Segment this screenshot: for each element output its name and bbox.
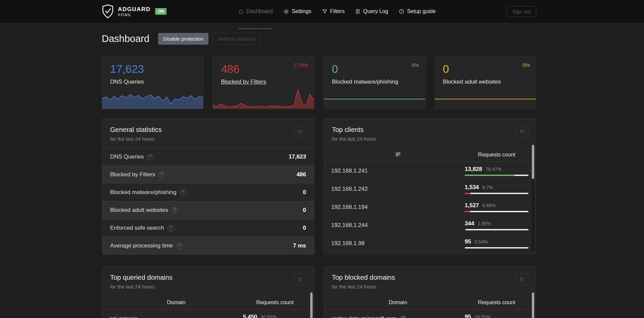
help-icon[interactable]: ? bbox=[176, 243, 183, 249]
question-icon: ? bbox=[399, 9, 404, 14]
stat-card-blocked-malware-phishing: 0%0Blocked malware/phishing bbox=[324, 56, 425, 109]
help-icon[interactable]: ? bbox=[147, 154, 153, 160]
column-header-domain: Domain bbox=[109, 300, 243, 306]
requests-line: 1,5278.66% bbox=[465, 202, 528, 209]
stat-name-label: Blocked malware/phishing bbox=[110, 189, 177, 196]
requests-line: 9519.55% bbox=[465, 314, 528, 318]
scrollbar-thumb[interactable] bbox=[532, 292, 534, 318]
refresh-button[interactable]: ↻ bbox=[294, 126, 307, 137]
requests-count: 5,450 bbox=[243, 314, 258, 318]
top-blocked-domains-panel: Top blocked domains for the last 24 hour… bbox=[324, 266, 537, 318]
client-ip[interactable]: 192.168.1.194 bbox=[331, 204, 465, 211]
top-clients-panel: Top clients for the last 24 hours ↻ IP R… bbox=[324, 118, 537, 255]
refresh-icon: ↻ bbox=[520, 276, 524, 283]
document-icon bbox=[355, 9, 360, 14]
panel-title: Top clients bbox=[332, 126, 528, 134]
refresh-button[interactable]: ↻ bbox=[516, 126, 528, 137]
scrollbar[interactable] bbox=[310, 292, 313, 318]
stat-name: DNS Queries? bbox=[110, 153, 153, 160]
client-ip[interactable]: 192.168.1.242 bbox=[331, 186, 465, 192]
adguard-logo[interactable]: ADGUARD HOME ON bbox=[102, 4, 167, 18]
client-ip[interactable]: 192.168.1.244 bbox=[331, 222, 465, 229]
nav-item-settings[interactable]: Settings bbox=[283, 0, 311, 23]
refresh-statistics-button[interactable]: Refresh statistics bbox=[213, 33, 261, 45]
refresh-button[interactable]: ↻ bbox=[516, 274, 528, 285]
progress-fill bbox=[465, 229, 466, 230]
nav-item-query-log[interactable]: Query Log bbox=[355, 0, 388, 23]
protection-status-badge: ON bbox=[155, 8, 167, 15]
requests-count: 95 bbox=[465, 238, 471, 245]
table-header: Domain Requests count bbox=[324, 296, 536, 310]
nav-item-setup-guide[interactable]: ?Setup guide bbox=[399, 0, 435, 23]
stat-label-text: Blocked malware/phishing bbox=[332, 79, 399, 85]
client-row: 192.168.1.1941,5278.66% bbox=[324, 198, 536, 216]
general-statistics-panel: General statistics for the last 24 hours… bbox=[102, 118, 315, 255]
nav-item-dashboard[interactable]: Dashboard bbox=[238, 0, 273, 23]
brand-subtitle: HOME bbox=[118, 13, 150, 17]
domain-row: vortex.data.microsoft.com9519.55% bbox=[324, 310, 536, 318]
page-title: Dashboard bbox=[102, 33, 149, 44]
stat-name-label: Blocked by Filters bbox=[110, 171, 155, 178]
top-queried-domains-table: api.entur.io5,45030.93% bbox=[102, 310, 314, 318]
requests-count: 95 bbox=[465, 314, 471, 318]
help-icon[interactable]: ? bbox=[172, 207, 178, 214]
home-icon bbox=[238, 9, 244, 14]
client-ip[interactable]: 192.168.1.98 bbox=[331, 240, 465, 247]
general-statistics-table: DNS Queries?17,623Blocked by Filters?486… bbox=[102, 148, 314, 255]
scrollbar[interactable] bbox=[532, 292, 534, 318]
domain-name[interactable]: api.entur.io bbox=[109, 315, 243, 318]
stat-row-value: 0 bbox=[303, 225, 306, 231]
general-statistics-row: Average processing time?7 ms bbox=[102, 237, 314, 255]
disable-protection-button[interactable]: Disable protection bbox=[158, 33, 209, 45]
requests-cell: 950.54% bbox=[465, 238, 528, 248]
domain-label: api.entur.io bbox=[109, 315, 137, 318]
requests-line: 3441.95% bbox=[465, 220, 528, 227]
stat-label-link[interactable]: Blocked by Filters bbox=[221, 79, 266, 85]
progress-bar bbox=[465, 211, 528, 212]
progress-bar bbox=[465, 175, 528, 176]
panel-title: General statistics bbox=[110, 126, 306, 134]
nav-item-label: Query Log bbox=[363, 8, 388, 14]
help-icon[interactable]: ? bbox=[168, 225, 174, 231]
requests-cell: 13,82878.47% bbox=[465, 166, 528, 176]
requests-count: 1,527 bbox=[465, 202, 479, 209]
help-icon[interactable]: ? bbox=[158, 172, 165, 178]
stat-value: 17,623 bbox=[102, 56, 203, 76]
requests-percent: 8.7% bbox=[482, 185, 493, 190]
scrollbar[interactable] bbox=[532, 145, 534, 251]
stat-name: Blocked adult websites? bbox=[110, 207, 178, 214]
top-blocked-domains-table: vortex.data.microsoft.com9519.55% bbox=[324, 310, 536, 318]
requests-cell: 1,5348.7% bbox=[465, 184, 528, 194]
domain-name[interactable]: vortex.data.microsoft.com bbox=[331, 315, 465, 318]
client-ip[interactable]: 192.168.1.241 bbox=[331, 168, 465, 174]
client-row: 192.168.1.2443441.95% bbox=[324, 216, 536, 234]
scrollbar-thumb[interactable] bbox=[532, 145, 534, 179]
panel-subtitle: for the last 24 hours bbox=[332, 284, 528, 289]
stat-percent: 0% bbox=[522, 62, 530, 68]
top-navbar: ADGUARD HOME ON DashboardSettingsFilters… bbox=[0, 0, 644, 23]
requests-count: 1,534 bbox=[465, 184, 479, 191]
stat-cards-row: 17,623DNS Queries2.76%486Blocked by Filt… bbox=[102, 56, 536, 109]
table-header: IP Requests count bbox=[324, 148, 536, 162]
stat-name: Average processing time? bbox=[110, 242, 183, 249]
stat-card-blocked-by-filters: 2.76%486Blocked by Filters bbox=[213, 56, 314, 109]
stat-name: Enforced safe search? bbox=[110, 225, 174, 231]
refresh-icon: ↻ bbox=[298, 128, 303, 135]
brand-title: ADGUARD bbox=[118, 6, 150, 12]
stat-percent: 0% bbox=[412, 62, 419, 68]
stat-value: 0 bbox=[324, 56, 425, 76]
trend-chart bbox=[213, 86, 314, 109]
requests-count: 344 bbox=[465, 220, 474, 227]
nav-item-filters[interactable]: Filters bbox=[322, 0, 345, 23]
requests-line: 5,45030.93% bbox=[243, 314, 307, 318]
stat-name-label: DNS Queries bbox=[110, 153, 144, 160]
requests-cell: 9519.55% bbox=[465, 314, 528, 318]
panel-title: Top blocked domains bbox=[332, 274, 528, 281]
progress-fill bbox=[465, 211, 470, 212]
help-icon[interactable]: ? bbox=[180, 189, 186, 196]
sign-out-button[interactable]: Sign out bbox=[507, 6, 536, 17]
refresh-button[interactable]: ↻ bbox=[294, 274, 307, 285]
scrollbar-thumb[interactable] bbox=[310, 292, 313, 318]
client-row: 192.168.1.24113,82878.47% bbox=[324, 162, 536, 180]
general-statistics-row: Blocked malware/phishing?0 bbox=[102, 183, 314, 201]
